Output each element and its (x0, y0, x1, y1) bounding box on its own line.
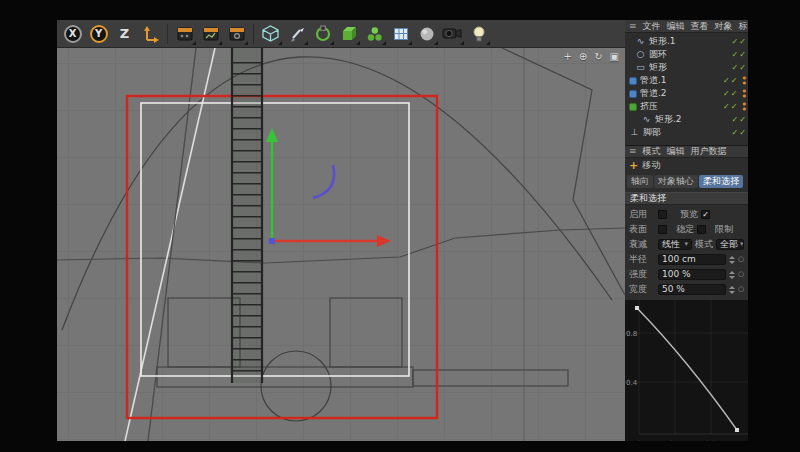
object-label: 管道.1 (640, 76, 667, 85)
gizmo-origin-handle[interactable] (269, 238, 275, 244)
viewport-nav-bar: + ⊕ ↻ ▣ (563, 51, 619, 62)
environment-button[interactable] (414, 22, 439, 46)
zoom-view-icon[interactable]: ⊕ (579, 51, 587, 62)
object-enable-toggles[interactable]: ✓✓ (732, 64, 746, 72)
enable-checkbox[interactable] (658, 210, 667, 219)
menu-item-edit[interactable]: 编辑 (667, 147, 685, 156)
object-row[interactable]: 挤压 ✓✓ ●● (625, 100, 748, 113)
array-spheres-icon (366, 25, 384, 43)
y-tick-label: 0.8 (626, 330, 637, 338)
strength-keyframe-icon[interactable]: ○ (738, 271, 744, 278)
object-manager: ∿ 矩形.1 ✓✓ ○ 圆环 ✓✓ ▭ 矩形 ✓✓ (625, 33, 748, 145)
camera-button[interactable] (440, 22, 465, 46)
object-label: 矩形 (649, 63, 667, 72)
tube-object-icon (629, 77, 637, 85)
menu-item-object[interactable]: 对象 (715, 22, 733, 31)
array-generator-button[interactable] (362, 22, 387, 46)
y-axis-lock-button[interactable]: Y (86, 22, 111, 46)
radius-keyframe-icon[interactable]: ○ (738, 256, 744, 263)
camera-icon (442, 25, 463, 42)
chevron-down-icon: ▾ (684, 241, 688, 248)
render-settings-icon (228, 25, 246, 43)
render-to-picture-viewer-button[interactable] (198, 22, 223, 46)
render-settings-button[interactable] (224, 22, 249, 46)
width-field[interactable]: 50 % (658, 284, 726, 295)
light-button[interactable] (466, 22, 491, 46)
tab-axis[interactable]: 轴向 (627, 175, 653, 188)
preview-checkbox[interactable]: ✓ (701, 210, 710, 219)
pan-view-icon[interactable]: + (563, 51, 571, 62)
radius-stepper[interactable] (729, 256, 735, 264)
spline-icon: ∿ (635, 37, 646, 46)
object-row[interactable]: ∿ 矩形.2 ✓✓ (625, 113, 748, 126)
falloff-select[interactable]: 线性 ▾ (658, 239, 692, 250)
render-view-button[interactable] (172, 22, 197, 46)
object-row[interactable]: ∿ 矩形.1 ✓✓ (625, 35, 748, 48)
move-tool-icon: + (629, 160, 638, 171)
primitives-button[interactable] (336, 22, 361, 46)
radius-row: 半径 100 cm ○ (629, 254, 744, 265)
object-tag-dots[interactable]: ●● (743, 102, 747, 111)
object-enable-toggles[interactable]: ✓✓ (723, 77, 737, 85)
radius-field[interactable]: 100 cm (658, 254, 726, 265)
falloff-curve-graph[interactable]: 0.8 0.4 0 0.1 0.2 (625, 300, 748, 441)
soft-selection-properties: 启用 预览 ✓ 表面 稳定 限制 衰减 线性 ▾ 模式 全部 (625, 205, 748, 297)
stable-checkbox[interactable] (697, 225, 706, 234)
radius-value: 100 cm (662, 255, 696, 264)
soft-selection-section-header[interactable]: 柔和选择 (625, 192, 748, 205)
panel-menu-icon[interactable]: ≡ (629, 22, 637, 31)
stable-label: 稳定 (676, 225, 694, 234)
mode-select[interactable]: 全部 ▾ (716, 239, 744, 250)
active-tool-label: 移动 (642, 161, 660, 170)
active-tool-row: + 移动 (625, 158, 748, 173)
wireframe-cube-icon (260, 23, 281, 44)
object-enable-toggles[interactable]: ✓✓ (723, 90, 737, 98)
z-axis-lock-button[interactable]: Z (112, 22, 137, 46)
rotate-view-icon[interactable]: ↻ (594, 51, 602, 62)
object-row[interactable]: ▭ 矩形 ✓✓ (625, 61, 748, 74)
object-label: 脚部 (643, 128, 661, 137)
rectangle-spline-icon: ▭ (635, 63, 646, 72)
menu-item-edit[interactable]: 编辑 (667, 22, 685, 31)
menu-item-file[interactable]: 文件 (643, 22, 661, 31)
object-tag-dots[interactable]: ●● (743, 76, 747, 85)
width-stepper[interactable] (729, 286, 735, 294)
tab-soft-selection[interactable]: 柔和选择 (699, 175, 743, 188)
coordinate-system-button[interactable] (138, 22, 163, 46)
mograph-button[interactable] (388, 22, 413, 46)
viewport-scene (57, 48, 625, 441)
viewport-canvas[interactable]: + ⊕ ↻ ▣ (57, 48, 625, 441)
object-enable-toggles[interactable]: ✓✓ (732, 38, 746, 46)
x-axis-lock-button[interactable]: X (60, 22, 85, 46)
curve-point-handle[interactable] (635, 306, 639, 310)
menu-item-userdata[interactable]: 用户数据 (691, 147, 727, 156)
menu-item-tags[interactable]: 标签 (739, 22, 748, 31)
curve-point-handle[interactable] (735, 428, 739, 432)
strength-stepper[interactable] (729, 271, 735, 279)
object-tag-dots[interactable]: ●● (743, 89, 747, 98)
panel-menu-icon[interactable]: ≡ (629, 147, 637, 156)
width-keyframe-icon[interactable]: ○ (738, 286, 744, 293)
strength-label: 强度 (629, 270, 655, 279)
object-row[interactable]: ⊥ 脚部 ✓✓ (625, 126, 748, 139)
pen-tool-button[interactable] (284, 22, 309, 46)
spline-primitives-button[interactable] (310, 22, 335, 46)
object-enable-toggles[interactable]: ✓✓ (732, 51, 746, 59)
menu-item-mode[interactable]: 模式 (643, 147, 661, 156)
object-enable-toggles[interactable]: ✓✓ (723, 103, 737, 111)
object-row[interactable]: 管道.1 ✓✓ ●● (625, 74, 748, 87)
object-row[interactable]: ○ 圆环 ✓✓ (625, 48, 748, 61)
object-row[interactable]: 管道.2 ✓✓ ●● (625, 87, 748, 100)
ladder-object[interactable] (232, 48, 262, 383)
object-manager-menu: ≡ 文件 编辑 查看 对象 标签 (625, 20, 748, 33)
falloff-label: 衰减 (629, 240, 655, 249)
object-enable-toggles[interactable]: ✓✓ (732, 129, 746, 137)
tab-object-axis[interactable]: 对象轴心 (654, 175, 698, 188)
object-enable-toggles[interactable]: ✓✓ (732, 116, 746, 124)
coordinate-axes-icon (142, 25, 160, 43)
toggle-view-icon[interactable]: ▣ (610, 51, 619, 62)
strength-field[interactable]: 100 % (658, 269, 726, 280)
menu-item-view[interactable]: 查看 (691, 22, 709, 31)
surface-checkbox[interactable] (658, 225, 667, 234)
modeling-cube-button[interactable] (258, 22, 283, 46)
